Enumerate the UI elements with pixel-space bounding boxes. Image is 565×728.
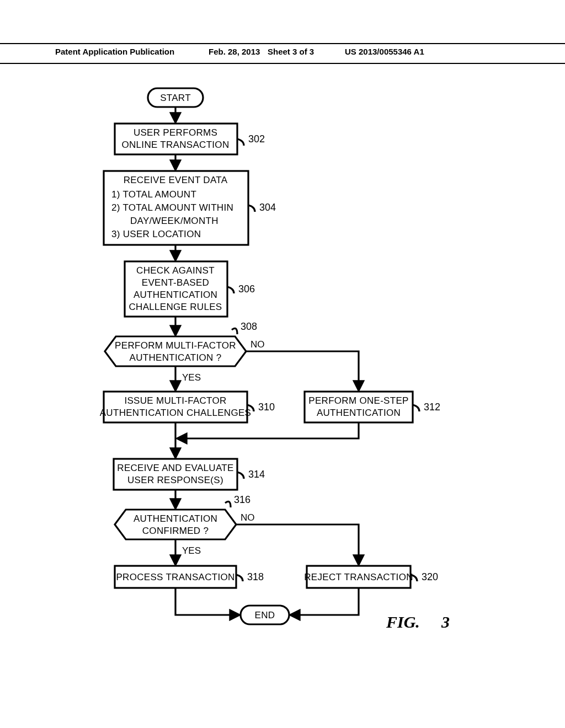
step-314-l1: RECEIVE AND EVALUATE: [117, 463, 233, 473]
end-label: END: [255, 610, 275, 620]
ref-tick-306: [227, 287, 234, 293]
figure-caption-num: 3: [441, 613, 450, 631]
flow-arrow: [246, 351, 359, 390]
figure-caption-pre: FIG.: [386, 613, 420, 631]
flow-arrow: [236, 524, 359, 565]
ref-tick-312: [413, 405, 419, 411]
decision-308-l1: PERFORM MULTI-FACTOR: [115, 340, 236, 351]
flow-arrow: [290, 588, 359, 615]
step-304-i2: 2) TOTAL AMOUNT WITHIN: [111, 202, 233, 213]
decision-308-l2: AUTHENTICATION ?: [130, 352, 222, 363]
flow-arrow: [175, 588, 239, 615]
step-306-l2: EVENT-BASED: [142, 277, 209, 288]
step-312-l2: AUTHENTICATION: [317, 408, 401, 418]
ref-tick-314: [237, 472, 244, 479]
pub-date: Feb. 28, 2013: [209, 47, 260, 56]
flow-arrow: [177, 422, 359, 438]
ref-312: 312: [424, 402, 440, 413]
step-302-l1: USER PERFORMS: [134, 127, 217, 138]
step-304-i3: 3) USER LOCATION: [111, 229, 201, 239]
ref-tick-308: [232, 328, 237, 334]
yes-label-316: YES: [182, 545, 201, 556]
ref-tick-318: [236, 575, 243, 581]
no-label-308: NO: [250, 339, 265, 350]
publication-number: US 2013/0055346 A1: [345, 47, 424, 56]
ref-306: 306: [238, 283, 255, 295]
ref-310: 310: [258, 402, 275, 413]
step-304-i1: 1) TOTAL AMOUNT: [111, 189, 196, 200]
ref-tick-302: [237, 139, 244, 146]
step-306-l4: CHALLENGE RULES: [129, 302, 222, 312]
ref-tick-316: [225, 501, 231, 507]
step-306-l3: AUTHENTICATION: [134, 290, 217, 300]
step-312-l1: PERFORM ONE-STEP: [308, 395, 408, 406]
ref-318: 318: [247, 571, 264, 582]
ref-316: 316: [234, 494, 250, 505]
step-310-l1: ISSUE MULTI-FACTOR: [124, 395, 226, 406]
decision-316-l2: CONFIRMED ?: [142, 526, 209, 536]
step-304-title: RECEIVE EVENT DATA: [124, 175, 228, 185]
pub-type: Patent Application Publication: [55, 47, 174, 56]
no-label-316: NO: [241, 512, 255, 523]
step-302-l2: ONLINE TRANSACTION: [122, 140, 230, 150]
ref-304: 304: [259, 202, 276, 213]
flowchart: START USER PERFORMS ONLINE TRANSACTION 3…: [0, 83, 565, 700]
ref-320: 320: [422, 571, 438, 582]
decision-316-l1: AUTHENTICATION: [134, 513, 217, 524]
sheet-number: Sheet 3 of 3: [268, 47, 314, 56]
step-304-i2b: DAY/WEEK/MONTH: [130, 216, 218, 226]
ref-308: 308: [241, 321, 257, 332]
ref-tick-304: [248, 205, 255, 212]
start-label: START: [160, 93, 191, 103]
ref-314: 314: [248, 469, 265, 480]
step-306-l1: CHECK AGAINST: [136, 265, 215, 276]
step-318-l1: PROCESS TRANSACTION: [116, 572, 234, 582]
step-314-l2: USER RESPONSE(S): [127, 475, 223, 485]
yes-label-308: YES: [182, 372, 201, 383]
ref-302: 302: [248, 133, 265, 144]
step-320-l1: REJECT TRANSACTION: [304, 572, 413, 582]
step-310-l2: AUTHENTICATION CHALLENGES: [100, 408, 252, 418]
